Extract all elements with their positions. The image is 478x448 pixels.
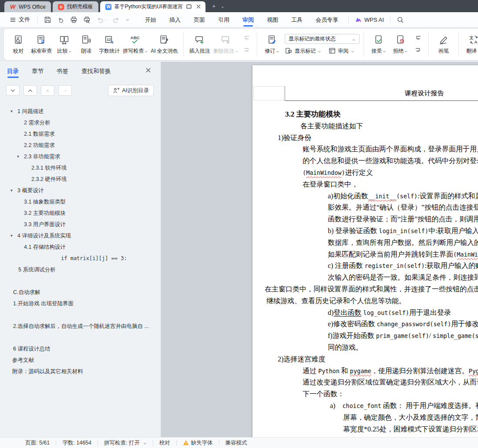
menu-item-视图[interactable]: 视图 <box>267 13 278 26</box>
doc-line[interactable]: 下一个函数： <box>303 388 478 400</box>
redo-button[interactable] <box>111 15 121 24</box>
toc-item[interactable]: 2.2 功能需求 <box>0 140 161 151</box>
sidebar-tab-目录[interactable]: 目录 <box>7 67 19 78</box>
document-page[interactable]: 课程设计报告 3.2 主要功能模块各主要功能描述如下1)验证身份账号系统和游戏主… <box>252 65 478 437</box>
menu-item-开始[interactable]: 开始 <box>145 13 156 26</box>
toc-item[interactable]: ▾4 详细设计及系统实现 <box>0 230 161 241</box>
toc-item[interactable]: 3.2 主要功能模块 <box>0 207 161 219</box>
missing-font-warning[interactable]: 缺失字体 <box>177 439 219 447</box>
print-preview-button[interactable] <box>82 15 91 24</box>
reject-button[interactable]: 拒绝⌄ <box>390 33 411 57</box>
word-count-button[interactable]: 12 字数统计 <box>97 33 121 57</box>
doc-line[interactable]: 2)选择迷宫难度 <box>278 354 478 365</box>
toc-item[interactable]: 3.1 抽象数据类型 <box>0 196 161 207</box>
doc-line[interactable]: 函数进行登录验证；而“注册”按钮的点击，则调用 reg <box>328 214 478 225</box>
file-menu-button[interactable]: 文件 <box>6 16 34 23</box>
wps-ai-button[interactable]: WPS AI <box>352 16 387 23</box>
print-button[interactable] <box>69 15 78 24</box>
sidebar-tab-章节[interactable]: 章节 <box>32 67 44 78</box>
tab-list-chevron-icon[interactable]: ⌄ <box>219 2 226 10</box>
proofread-status[interactable]: 校对 <box>153 439 176 447</box>
doc-line[interactable]: 继续游戏、查看历史记录和个人信息等功能。 <box>266 295 478 307</box>
read-aloud-button[interactable]: 朗读 <box>75 33 97 57</box>
menu-item-会员专享[interactable]: 会员专享 <box>316 13 338 26</box>
doc-line[interactable]: b) 登录验证函数 login_in(self)中:获取用户输入的账号 <box>328 225 478 237</box>
tab-wps-office[interactable]: W WPS Office <box>4 1 51 12</box>
accept-button[interactable]: 接受⌄ <box>368 33 390 57</box>
review-pane-button[interactable]: 审阅 ⌄ <box>328 47 354 55</box>
toolbar-chevron-icon[interactable] <box>125 15 131 24</box>
ink-pen-button[interactable]: 画笔 <box>433 33 454 57</box>
expand-arrow-icon[interactable]: ▾ <box>17 151 19 162</box>
doc-line[interactable]: 屏幕，确定颜色，大小及难度选择的文字，简单模式下 <box>343 412 478 424</box>
track-changes-button[interactable]: 修订⌄ <box>261 33 283 57</box>
undo-chevron-icon[interactable] <box>104 15 108 24</box>
doc-line[interactable]: d)登出函数 log_out(self)用于退出登录 <box>328 307 478 319</box>
next-comment-button[interactable] <box>242 47 251 54</box>
save-button[interactable] <box>43 15 52 24</box>
doc-line[interactable]: 的个人信息和提供一些游戏和功能选项。代码中分别对登录窗口和主窗 <box>303 155 478 167</box>
toc-item[interactable]: 1.开始游戏 出现登陆界面 <box>0 298 161 309</box>
toc-item[interactable]: 附录：源码以及其它相关材料 <box>0 366 161 377</box>
toc-item[interactable]: C.自动求解 <box>0 287 161 298</box>
search-icon[interactable] <box>396 15 405 24</box>
toc-item[interactable]: if matrix[i][j] == 3: <box>0 253 161 264</box>
export-pdf-button[interactable] <box>56 15 65 24</box>
doc-line[interactable]: 在主窗口类中，同样设置界面的样式和属性，并连接了一些按钮的点击 <box>265 284 478 295</box>
expand-arrow-icon[interactable]: ▾ <box>10 106 13 117</box>
new-tab-button[interactable]: ＋ <box>210 2 218 10</box>
tab-close-icon[interactable] <box>195 3 202 11</box>
toc-item[interactable]: 5 系统调试分析 <box>0 264 161 275</box>
doc-line[interactable]: 次输入的密码是否一致。如果满足条件，则连接到数据库 <box>328 272 478 284</box>
tab-window-icon[interactable] <box>185 3 192 11</box>
expand-arrow-icon[interactable]: ▾ <box>10 185 13 196</box>
toc-item[interactable]: ▾3 概要设计 <box>0 185 161 196</box>
toc-item[interactable]: 4.1 存储结构设计 <box>0 241 161 253</box>
standard-review-button[interactable]: 标准审查 <box>29 33 54 57</box>
word-count-indicator[interactable]: 字数: 14654 <box>56 439 98 447</box>
doc-line[interactable]: 数据库，查询所有用户数据。然后判断用户输入的账号和密码 <box>328 237 478 249</box>
toc-item[interactable]: 2.选择自动求解后，自动生成一个随机迷宫并由电脑自 ... <box>0 321 161 332</box>
ai-polish-button[interactable]: AI 全文润色 <box>149 33 179 57</box>
toc-item[interactable]: 6 课程设计总结 <box>0 343 161 354</box>
previous-comment-button[interactable] <box>242 34 251 42</box>
spell-check-button[interactable]: ABC 拼写检查⌄ <box>121 33 149 57</box>
doc-line[interactable]: f)游戏开始函数 prim_game(self)/ simple_game(se… <box>328 330 478 342</box>
delete-comment-button[interactable]: 删除批注⌄ <box>212 33 240 57</box>
translate-button[interactable]: 文A 翻译⌄ <box>463 33 478 57</box>
doc-line[interactable]: e)修改密码函数 change_password(self)用于修改当前用户 <box>328 318 478 330</box>
toc-item[interactable]: 2.3.1 软件环境 <box>0 162 161 174</box>
undo-button[interactable] <box>95 15 104 24</box>
doc-line[interactable]: a) choice_font 函数： 用于用户端难度选择。初始化界面 <box>330 400 478 412</box>
doc-line[interactable]: 同的游戏。 <box>328 342 478 354</box>
toc-item[interactable]: 参考文献 <box>0 354 161 366</box>
document-text[interactable]: 3.2 主要功能模块各主要功能描述如下1)验证身份账号系统和游戏主页面由两个界面… <box>252 109 478 435</box>
tab-docer-templates[interactable]: D 找稻壳模板 <box>53 1 98 12</box>
menu-item-页面[interactable]: 页面 <box>194 13 205 26</box>
doc-line[interactable]: 在登录窗口类中， <box>303 179 478 191</box>
tab-document[interactable]: W 基于Python实现的UI界面迷宫 <box>100 1 205 12</box>
previous-change-button[interactable] <box>413 34 423 42</box>
compare-button[interactable]: 比较⌄ <box>54 33 75 57</box>
expand-chevron-down-button[interactable] <box>6 85 20 96</box>
menu-item-审阅[interactable]: 审阅 <box>242 13 254 26</box>
doc-line[interactable]: 3.2 主要功能模块 <box>285 109 478 120</box>
toc-item[interactable]: 2.1 数据需求 <box>0 128 161 140</box>
collapse-chevron-up-button[interactable] <box>24 85 37 96</box>
doc-line[interactable]: c) 注册函数 register_in(self):获取用户输入的账号和两 <box>328 260 478 272</box>
zoom-out-minus-button[interactable]: － <box>58 85 72 96</box>
doc-line[interactable]: 1)验证身份 <box>278 132 478 144</box>
toc-item[interactable]: 2 需求分析 <box>0 117 161 128</box>
menu-item-插入[interactable]: 插入 <box>169 13 181 26</box>
doc-line[interactable]: 账号系统和游戏主页面由两个界面构成，登录界面用于用户登录和注册 <box>303 144 478 155</box>
sidebar-tab-查找和替换[interactable]: 查找和替换 <box>81 67 111 78</box>
toc-item[interactable]: ▾1 问题描述 <box>0 106 161 117</box>
proofread-button[interactable]: 校对 <box>7 33 29 57</box>
next-change-button[interactable] <box>413 47 423 54</box>
zoom-in-plus-button[interactable]: ＋ <box>41 85 54 96</box>
doc-line[interactable]: 如果匹配则记录当前用户并跳转到主界面(MainWindow)， <box>328 249 478 261</box>
spell-check-status[interactable]: 拼写检查: 打开⌄ <box>98 439 153 447</box>
toc-item[interactable]: 2.3.2 硬件环境 <box>0 174 161 185</box>
menu-item-引用[interactable]: 引用 <box>218 13 229 26</box>
insert-comment-button[interactable]: 插入批注 <box>188 33 212 57</box>
